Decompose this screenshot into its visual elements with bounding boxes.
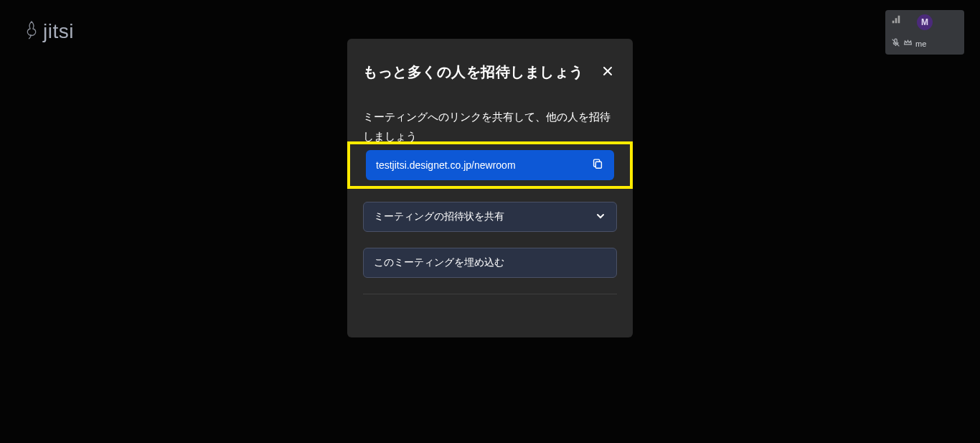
dialog-title: もっと多くの人を招待しましょう <box>363 62 584 82</box>
app-logo: jitsi <box>23 20 74 43</box>
mic-muted-icon <box>891 37 900 50</box>
invite-people-dialog: もっと多くの人を招待しましょう ミーティングへのリンクを共有して、他の人を招待し… <box>347 39 633 337</box>
app-name: jitsi <box>43 20 74 43</box>
highlighted-link-region: testjitsi.designet.co.jp/newroom <box>347 141 633 189</box>
svg-rect-1 <box>895 18 897 23</box>
embed-meeting-button[interactable]: このミーティングを埋め込む <box>363 248 617 278</box>
jitsi-glyph-icon <box>23 20 40 43</box>
copy-icon <box>591 157 604 173</box>
close-dialog-button[interactable] <box>598 62 617 83</box>
moderator-crown-icon <box>903 37 913 50</box>
close-icon <box>601 69 614 80</box>
share-invitation-label: ミーティングの招待状を共有 <box>374 210 504 223</box>
svg-rect-0 <box>892 21 895 24</box>
self-video-thumbnail[interactable]: M me <box>885 10 964 55</box>
meeting-link-text: testjitsi.designet.co.jp/newroom <box>376 159 516 171</box>
share-invitation-button[interactable]: ミーティングの招待状を共有 <box>363 202 617 232</box>
dialog-divider <box>363 294 617 294</box>
avatar: M <box>917 14 933 30</box>
svg-rect-2 <box>898 16 900 24</box>
svg-rect-5 <box>595 162 601 168</box>
avatar-initial: M <box>921 17 928 27</box>
participant-display-name: me <box>915 39 926 48</box>
embed-meeting-label: このミーティングを埋め込む <box>374 256 504 269</box>
dialog-description: ミーティングへのリンクを共有して、他の人を招待しましょう <box>363 107 617 146</box>
chevron-down-icon <box>595 210 606 224</box>
copy-meeting-link-button[interactable]: testjitsi.designet.co.jp/newroom <box>366 150 614 180</box>
connection-quality-icon[interactable] <box>891 14 901 27</box>
